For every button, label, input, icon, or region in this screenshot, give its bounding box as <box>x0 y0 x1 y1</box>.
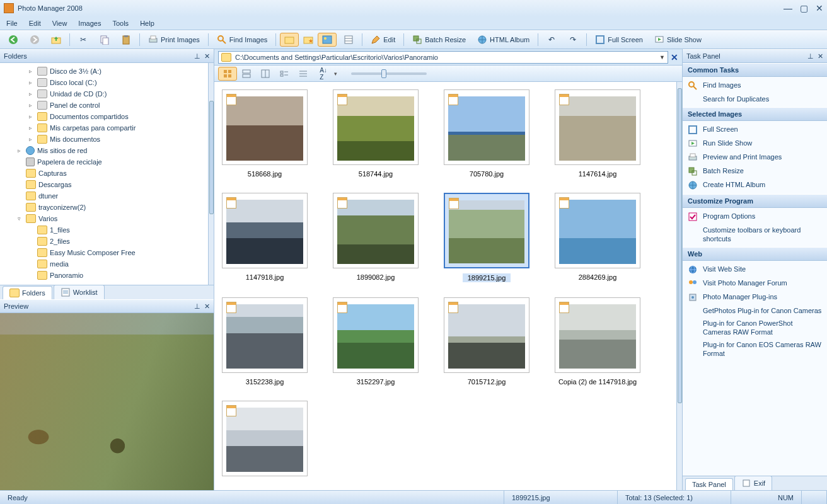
thumb-size-slider[interactable] <box>351 72 427 75</box>
expand-icon[interactable]: ▹ <box>29 136 35 142</box>
thumbnail-item[interactable]: 1147614.jpg <box>553 89 642 178</box>
thumbnail-item[interactable] <box>221 401 309 476</box>
expand-icon[interactable]: ▹ <box>29 91 35 97</box>
view-folder-button[interactable] <box>280 33 299 47</box>
preview-image[interactable] <box>0 313 214 490</box>
thumbnail-item[interactable]: 3152297.jpg <box>332 297 420 386</box>
view-newfolder-button[interactable]: ★ <box>299 33 318 47</box>
sort-button[interactable]: A↓Z <box>314 67 333 81</box>
address-dropdown-icon[interactable]: ▼ <box>659 54 665 60</box>
html-album-button[interactable]: HTML Album <box>473 33 534 47</box>
tree-item[interactable]: media <box>0 258 208 270</box>
view-list-button[interactable] <box>339 33 358 47</box>
thumbnail-item[interactable]: 705780.jpg <box>442 89 531 178</box>
task-item[interactable]: GetPhotos Plug-in for Canon Cameras <box>688 306 822 315</box>
menu-help[interactable]: Help <box>140 20 154 27</box>
expand-icon[interactable]: ▿ <box>18 215 23 222</box>
task-item[interactable]: Batch Resize <box>688 166 822 176</box>
thumbnail-item[interactable]: 1147918.jpg <box>221 193 309 282</box>
undo-button[interactable]: ↶ <box>542 33 561 47</box>
thumbnail-item[interactable]: Copia (2) de 1147918.jpg <box>553 297 642 386</box>
maximize-button[interactable]: ▢ <box>800 3 808 13</box>
tree-item[interactable]: Capturas <box>0 168 208 179</box>
tab-folders[interactable]: Folders <box>3 286 52 299</box>
back-button[interactable] <box>4 33 23 47</box>
task-item[interactable]: Visit Web Site <box>688 265 822 275</box>
task-item[interactable]: Photo Manager Plug-ins <box>688 292 822 302</box>
view-image-button[interactable] <box>318 33 337 47</box>
tree-item[interactable]: trayconizerw(2) <box>0 202 208 213</box>
thumbnail-area[interactable]: 518668.jpg518744.jpg705780.jpg1147614.jp… <box>214 82 676 490</box>
thumbnail-item[interactable]: 518668.jpg <box>221 89 309 178</box>
tree-item[interactable]: ▹Panel de control <box>0 100 208 111</box>
paste-button[interactable] <box>117 33 136 47</box>
pin-icon[interactable]: ⊥ <box>807 52 814 60</box>
tree-item[interactable]: 1_files <box>0 224 208 236</box>
tree-item[interactable]: Papelera de reciclaje <box>0 156 208 168</box>
task-item[interactable]: Plug-in for Canon EOS Cameras RAW Format <box>688 340 822 358</box>
close-button[interactable]: ✕ <box>816 3 823 13</box>
menu-file[interactable]: File <box>6 20 18 27</box>
edit-button[interactable]: Edit <box>366 33 400 47</box>
tree-item[interactable]: dtuner <box>0 190 208 202</box>
tab-worklist[interactable]: Worklist <box>54 285 105 299</box>
thumbnail-item[interactable]: 2884269.jpg <box>553 193 642 282</box>
task-item[interactable]: Run Slide Show <box>688 139 822 149</box>
close-panel-icon[interactable]: ✕ <box>818 52 823 60</box>
menu-images[interactable]: Images <box>78 20 101 27</box>
expand-icon[interactable]: ▹ <box>29 125 35 131</box>
thumbnail-item[interactable]: 1899082.jpg <box>332 193 420 282</box>
close-address-icon[interactable]: ✕ <box>671 52 678 62</box>
tree-item[interactable]: Descargas <box>0 179 208 190</box>
task-item[interactable]: Full Screen <box>688 125 822 135</box>
tree-item[interactable]: ▹Mis documentos <box>0 134 208 145</box>
thumbnail-item[interactable]: 7015712.jpg <box>442 297 531 386</box>
thumbnail-item[interactable]: 518744.jpg <box>332 89 420 178</box>
folder-tree[interactable]: ▹Disco de 3½ (A:)▹Disco local (C:)▹Unida… <box>0 63 208 285</box>
print-button[interactable]: Print Images <box>144 33 204 47</box>
view-details-button[interactable] <box>294 67 313 81</box>
menu-view[interactable]: View <box>52 20 67 27</box>
sort-dropdown-icon[interactable]: ▾ <box>334 71 337 77</box>
task-item[interactable]: Find Images <box>688 81 822 91</box>
up-button[interactable] <box>47 33 66 47</box>
thumbnail-item[interactable]: 3152238.jpg <box>221 297 309 386</box>
expand-icon[interactable]: ▹ <box>29 79 35 86</box>
task-item[interactable]: Plug-in for Canon PowerShot Cameras RAW … <box>688 319 822 336</box>
thumbnail-item[interactable]: 1899215.jpg <box>442 193 531 282</box>
minimize-button[interactable]: — <box>784 3 792 13</box>
task-item[interactable]: Program Options <box>688 212 822 222</box>
copy-button[interactable] <box>95 33 114 47</box>
tree-item[interactable]: ▹Unidad de CD (D:) <box>0 88 208 100</box>
tree-item[interactable]: Panoramio <box>0 270 208 281</box>
cut-button[interactable]: ✂ <box>74 33 93 47</box>
close-panel-icon[interactable]: ✕ <box>204 52 210 60</box>
expand-icon[interactable]: ▹ <box>29 68 35 74</box>
tab-exif[interactable]: Exif <box>734 476 772 490</box>
pin-icon[interactable]: ⊥ <box>194 302 200 311</box>
tree-item[interactable]: ▹Disco local (C:) <box>0 77 208 88</box>
task-item[interactable]: Visit Photo Manager Forum <box>688 278 822 289</box>
view-thumbs-button[interactable] <box>218 67 237 81</box>
view-tiles-button[interactable] <box>237 67 256 81</box>
task-item[interactable]: Create HTML Album <box>688 180 822 190</box>
view-small-button[interactable] <box>275 67 294 81</box>
tree-item[interactable]: ▹Mis carpetas para compartir <box>0 122 208 134</box>
tree-item[interactable]: ▹Documentos compartidos <box>0 111 208 122</box>
expand-icon[interactable]: ▹ <box>29 102 35 108</box>
tree-item[interactable]: ▿Varios <box>0 213 208 224</box>
expand-icon[interactable]: ▹ <box>18 147 23 154</box>
fullscreen-button[interactable]: Full Screen <box>591 33 647 47</box>
task-item[interactable]: Customize toolbars or keyboard shortcuts <box>688 226 822 243</box>
task-item[interactable]: Preview and Print Images <box>688 152 822 163</box>
find-button[interactable]: Find Images <box>212 33 272 47</box>
tree-item[interactable]: Easy Music Composer Free <box>0 247 208 258</box>
tree-item[interactable]: ▹Disco de 3½ (A:) <box>0 66 208 77</box>
slideshow-button[interactable]: Slide Show <box>650 33 706 47</box>
address-input[interactable]: C:\Documents and Settings\Particular\Esc… <box>218 51 668 64</box>
menu-tools[interactable]: Tools <box>112 20 129 27</box>
batch-resize-button[interactable]: Batch Resize <box>408 33 470 47</box>
tree-item[interactable]: 2_files <box>0 236 208 247</box>
close-panel-icon[interactable]: ✕ <box>204 302 210 311</box>
forward-button[interactable] <box>25 33 44 47</box>
